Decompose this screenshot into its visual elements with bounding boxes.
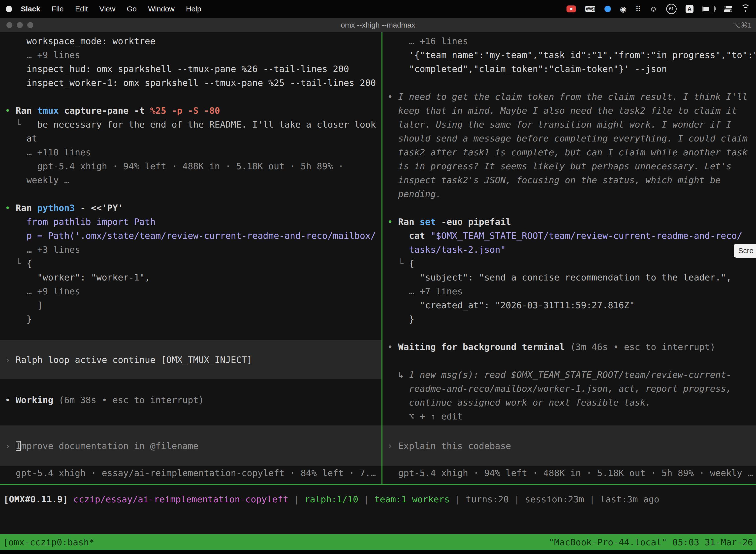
menu-item-view[interactable]: View [99, 5, 115, 13]
text-segment: • [387, 217, 398, 227]
text-segment: cczip/essay/ai-reimplementation-copyleft [73, 494, 289, 504]
terminal-line: p = Path('.omx/state/team/review-current… [5, 229, 381, 243]
text-segment: continue assigned work or next feasible … [387, 397, 651, 407]
text-segment: python3 [37, 203, 80, 213]
keyboard-icon[interactable]: ⌨ [585, 5, 595, 13]
terminal-line: └ { [387, 257, 756, 271]
text-segment: Explain this codebase [398, 441, 511, 451]
close-button[interactable] [6, 22, 12, 28]
menu-status-icons: ⌨◉⠿☺61A [567, 4, 750, 14]
text-segment: ralph:1/10 [305, 494, 359, 504]
app-menu-name[interactable]: Slack [21, 5, 40, 13]
text-segment: Ran [16, 106, 37, 116]
menu-item-window[interactable]: Window [148, 5, 175, 13]
text-segment: ] [5, 300, 43, 310]
prompt-input-right[interactable]: › Explain this codebase [382, 426, 756, 466]
text-segment: later. Using the same for transition mig… [387, 119, 732, 129]
terminal-line: • I need to get the claim token from the… [387, 90, 756, 104]
text-segment: … +9 lines [5, 286, 80, 296]
terminal-line: should send a message before completing … [387, 131, 756, 146]
terminal-line: • Ran set -euo pipefail [387, 215, 756, 229]
text-segment: ⌥ + ↑ edit [387, 411, 462, 422]
window-shortcut: ⌥⌘1 [733, 21, 752, 29]
circle-app-icon[interactable]: ◉ [620, 5, 626, 13]
text-segment: should send a message before completing … [387, 133, 748, 144]
terminal-line: "subject": "send a concise recommendatio… [387, 271, 756, 284]
text-segment: | [450, 494, 466, 504]
text-segment: gpt-5.4 xhigh · 94% left · 488K in · 5.1… [387, 468, 753, 478]
droplet-icon[interactable] [605, 6, 611, 12]
menu-item-help[interactable]: Help [186, 5, 201, 13]
text-segment: set [420, 217, 441, 227]
text-segment: { [26, 258, 32, 269]
text-segment: mprove documentation in @filename [21, 441, 198, 451]
text-segment: gpt-5.4 xhigh · 94% left · 488K in · 5.1… [5, 161, 343, 171]
text-segment: cat [387, 231, 430, 241]
text-segment: weekly … [5, 175, 69, 185]
battery-gauge-icon[interactable]: 61 [666, 4, 677, 14]
text-segment: (3m 46s • esc to interrupt) [570, 342, 715, 352]
menu-item-edit[interactable]: Edit [75, 5, 88, 13]
window-title: omx --xhigh --madmax [341, 21, 415, 29]
text-segment: is in progress? It seems likely but perh… [387, 161, 732, 171]
text-segment: › [5, 355, 16, 365]
text-segment: "created_at": "2026-03-31T11:59:27.816Z" [387, 300, 635, 310]
text-segment: (6m 38s • esc to interrupt) [59, 395, 204, 405]
input-source-icon[interactable]: A [686, 5, 693, 13]
text-segment: Waiting for background terminal [398, 342, 570, 352]
apple-menu-icon[interactable] [6, 6, 12, 12]
text-segment: tmux [37, 106, 64, 116]
menu-items: FileEditViewGoWindowHelp [40, 5, 201, 13]
loop-banner[interactable]: › Ralph loop active continue [OMX_TMUX_I… [0, 340, 381, 379]
text-segment: | [289, 494, 305, 504]
text-segment: › [387, 441, 398, 451]
text-segment: tasks/task-2.json" [387, 244, 506, 255]
text-segment: session:23m [525, 494, 584, 504]
battery-icon[interactable] [702, 6, 715, 12]
terminal-line: from pathlib import Path [5, 215, 381, 229]
text-segment: • [387, 342, 398, 352]
terminal-line [5, 90, 381, 104]
text-segment: } [387, 314, 414, 324]
terminal-line: "worker": "worker-1", [5, 271, 381, 284]
terminal-line: ] [5, 298, 381, 312]
terminal-line: workspace_mode: worktree [5, 34, 381, 48]
text-segment: Ran [398, 217, 420, 227]
prompt-input-left[interactable]: › Improve documentation in @filename [0, 426, 381, 466]
terminal-line: at [5, 131, 381, 146]
minimize-button[interactable] [17, 22, 23, 28]
app-grid-icon[interactable]: ⠿ [635, 5, 641, 13]
hud-status-line: [OMX#0.11.9] cczip/essay/ai-reimplementa… [3, 492, 756, 506]
text-segment: team:1 workers [375, 494, 450, 504]
ghost-app-icon[interactable]: ☺ [649, 5, 657, 13]
text-segment: • [5, 395, 16, 405]
text-segment: inspect_hud: omx sparkshell --tmux-pane … [5, 64, 349, 74]
wifi-icon[interactable] [741, 5, 750, 12]
terminal-line: … +9 lines [5, 284, 381, 298]
menu-item-go[interactable]: Go [127, 5, 137, 13]
text-segment: be necessary for the end of the README. … [37, 119, 376, 129]
terminal-line: • Working (6m 38s • esc to interrupt) [5, 393, 381, 407]
text-segment: | [509, 494, 525, 504]
zoom-button[interactable] [27, 22, 33, 28]
text-segment: I need to get the claim token from the c… [398, 92, 748, 102]
text-segment: • [5, 106, 16, 116]
text-segment: -t [134, 106, 150, 116]
terminal-line [387, 76, 756, 90]
omx-hud: [OMX#0.11.9] cczip/essay/ai-reimplementa… [0, 485, 756, 534]
text-segment: 1 new msg(s): read $OMX_TEAM_STATE_ROOT/… [409, 370, 732, 380]
control-center-icon[interactable] [724, 6, 732, 12]
text-segment: Ran [16, 203, 37, 213]
terminal-line: inspect task2's JSON, focusing on the st… [387, 173, 756, 187]
text-segment: - <<'PY' [80, 203, 123, 213]
menu-item-file[interactable]: File [52, 5, 63, 13]
terminal-line: └ be necessary for the end of the README… [5, 118, 381, 131]
terminal-pane-right[interactable]: … +16 lines '{"team_name":"my-team","tas… [382, 32, 756, 484]
terminal-line [387, 354, 756, 368]
text-segment: keep that in mind. Maybe I also need the… [387, 106, 737, 116]
terminal-pane-left[interactable]: workspace_mode: worktree … +9 lines insp… [0, 32, 381, 484]
pane-right-lines: … +16 lines '{"team_name":"my-team","tas… [387, 34, 756, 424]
text-segment: … +9 lines [5, 50, 80, 60]
terminal-line: gpt-5.4 xhigh · 94% left · 488K in · 5.1… [5, 159, 381, 173]
screen-recording-icon[interactable] [567, 5, 576, 12]
